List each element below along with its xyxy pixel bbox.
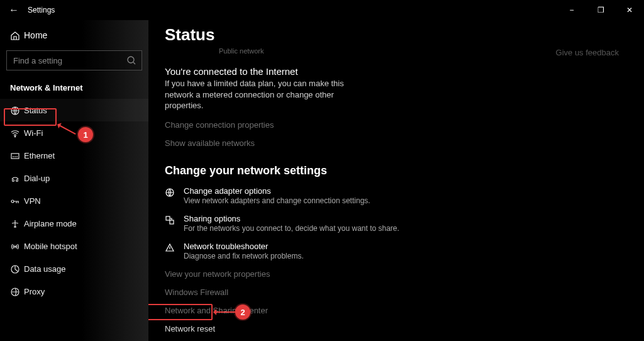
option-adapter[interactable]: Change adapter options View network adap… [165,186,644,205]
change-settings-heading: Change your network settings [165,164,644,177]
sidebar: Home Network & Internet Status Wi-Fi Eth… [0,20,148,341]
search-input[interactable] [12,55,126,66]
sidebar-item-label: Home [24,30,47,40]
airplane-icon [10,218,24,228]
minimize-button[interactable]: − [557,0,586,20]
option-title: Network troubleshooter [184,242,304,251]
svg-point-0 [128,57,134,63]
windows-firewall-link[interactable]: Windows Firewall [165,288,644,297]
data-icon [10,263,24,274]
warning-icon [165,242,184,260]
sidebar-item-ethernet[interactable]: Ethernet [0,144,148,167]
option-desc: View network adapters and change connect… [184,196,370,205]
home-icon [10,30,24,40]
ethernet-icon [10,150,24,160]
sidebar-item-vpn[interactable]: VPN [0,189,148,212]
window-title: Settings [28,6,55,14]
sidebar-item-status[interactable]: Status [0,99,148,121]
svg-point-2 [14,136,16,137]
view-network-properties-link[interactable]: View your network properties [165,269,644,279]
feedback-link[interactable]: Give us feedback [556,48,619,57]
change-connection-properties-link[interactable]: Change connection properties [165,120,644,130]
sidebar-item-home[interactable]: Home [0,24,148,47]
sidebar-item-dialup[interactable]: Dial-up [0,167,148,189]
option-desc: Diagnose and fix network problems. [184,252,304,260]
annotation-badge-2: 2 [235,305,250,320]
search-box[interactable] [6,50,142,70]
network-reset-link[interactable]: Network reset [165,324,644,333]
option-title: Sharing options [184,214,399,223]
sidebar-item-label: Mobile hotspot [24,242,77,251]
option-desc: For the networks you connect to, decide … [184,224,399,233]
adapter-icon [165,186,184,205]
svg-point-5 [16,179,18,181]
sidebar-item-label: Status [24,106,47,115]
sidebar-item-airplane[interactable]: Airplane mode [0,212,148,235]
wifi-icon [10,127,24,138]
option-troubleshooter[interactable]: Network troubleshooter Diagnose and fix … [165,242,644,260]
restore-button[interactable]: ❐ [586,0,615,20]
sidebar-item-datausage[interactable]: Data usage [0,257,148,280]
connection-status-title: You're connected to the Internet [165,66,644,77]
hotspot-icon [10,240,24,251]
sidebar-item-proxy[interactable]: Proxy [0,280,148,303]
sidebar-item-label: Airplane mode [24,219,77,228]
globe-icon [10,104,24,115]
option-sharing[interactable]: Sharing options For the networks you con… [165,214,644,233]
page-title: Status [165,25,644,45]
sidebar-item-label: VPN [24,196,41,206]
dialup-icon [10,172,24,183]
sidebar-category: Network & Internet [0,74,148,99]
show-available-networks-link[interactable]: Show available networks [165,138,644,148]
sidebar-item-label: Proxy [24,287,45,296]
sidebar-item-label: Wi-Fi [24,128,43,138]
svg-rect-11 [166,216,170,220]
svg-point-4 [13,179,14,181]
svg-rect-12 [170,220,174,224]
annotation-badge-1: 1 [78,127,93,142]
sharing-icon [165,214,184,233]
title-bar: ← Settings − ❐ ✕ [0,0,644,20]
connection-status-desc: If you have a limited data plan, you can… [165,78,372,111]
close-button[interactable]: ✕ [615,0,644,20]
sidebar-item-hotspot[interactable]: Mobile hotspot [0,235,148,257]
sidebar-item-label: Dial-up [24,174,50,183]
annotation-arrow-2 [214,311,235,313]
proxy-icon [10,286,24,296]
main-content: Status Public network Give us feedback Y… [148,20,644,341]
vpn-icon [10,195,24,206]
svg-point-6 [11,200,14,203]
option-title: Change adapter options [184,186,370,196]
back-button[interactable]: ← [0,4,28,16]
search-icon [126,55,136,66]
sidebar-item-label: Ethernet [24,151,55,160]
svg-point-7 [14,246,16,247]
sidebar-item-label: Data usage [24,264,66,274]
